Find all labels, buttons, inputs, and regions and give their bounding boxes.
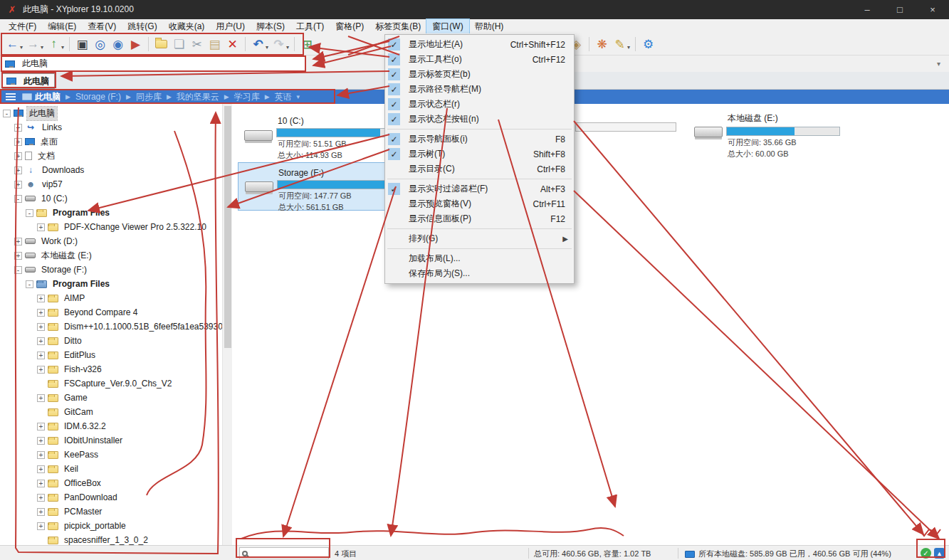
- menu-item[interactable]: 显示目录(C) Ctrl+F8: [385, 162, 574, 176]
- tree-expander[interactable]: +: [14, 124, 22, 132]
- dropdown-arrow-icon[interactable]: ▾: [41, 44, 43, 51]
- tree-item[interactable]: + Keil: [0, 462, 222, 476]
- tree-expander[interactable]: -: [14, 195, 22, 203]
- address-dropdown-icon[interactable]: ▾: [937, 60, 940, 68]
- dropdown-arrow-icon[interactable]: ▾: [61, 44, 64, 51]
- breadcrumb-item[interactable]: 英语: [275, 91, 292, 103]
- tree-expander[interactable]: +: [14, 252, 22, 260]
- live-filter-input[interactable]: [239, 547, 329, 559]
- menu-item[interactable]: ✓ 显示标签页栏(b): [385, 67, 574, 82]
- menu-item[interactable]: ✓ 显示地址栏(A) Ctrl+Shift+F12: [385, 37, 574, 52]
- status-ok-icon[interactable]: ✓: [921, 548, 931, 559]
- menubar-item[interactable]: 文件(F): [3, 19, 42, 34]
- toolbar-button[interactable]: [152, 36, 170, 53]
- tree-item[interactable]: - 10 (C:): [0, 191, 222, 206]
- tree-expander[interactable]: +: [14, 152, 22, 160]
- tree-item[interactable]: FSCapture_Ver.9.0_Chs_V2: [0, 376, 222, 391]
- breadcrumb-item[interactable]: 此电脑: [35, 91, 61, 103]
- toolbar-button[interactable]: ◎: [91, 36, 109, 53]
- tree-item[interactable]: + IDM.6.32.2: [0, 419, 222, 433]
- tree-expander[interactable]: +: [37, 352, 45, 359]
- status-up-icon[interactable]: ▲: [934, 548, 945, 559]
- menubar-item[interactable]: 收藏夹(a): [163, 19, 211, 34]
- menubar-item[interactable]: 脚本(S): [251, 19, 290, 34]
- tree-item[interactable]: + ↪ Links: [0, 120, 222, 134]
- menubar-item[interactable]: 跳转(G): [122, 19, 162, 34]
- toolbar-button[interactable]: ↷: [270, 36, 288, 53]
- toolbar-button[interactable]: ✂: [188, 36, 206, 53]
- tree-item[interactable]: + Work (D:): [0, 234, 222, 248]
- close-button[interactable]: ×: [916, 0, 949, 19]
- toolbar-button[interactable]: ←: [4, 36, 21, 53]
- toolbar-button[interactable]: ◉: [109, 36, 127, 53]
- tree-item[interactable]: + EditPlus: [0, 348, 222, 362]
- tree-expander[interactable]: -: [26, 209, 33, 217]
- tree-scrollbar[interactable]: [222, 104, 232, 545]
- menu-item[interactable]: ✓ 显示路径导航栏(M): [385, 82, 574, 97]
- tree-expander[interactable]: +: [37, 366, 45, 374]
- toolbar-button[interactable]: ❋: [593, 36, 611, 53]
- breadcrumb-item[interactable]: 我的坚果云: [177, 91, 219, 103]
- tree-item[interactable]: + ☻ vip57: [0, 177, 222, 191]
- tree-item[interactable]: + Ditto: [0, 334, 222, 348]
- tree-item[interactable]: + Game: [0, 391, 222, 405]
- toolbar-button[interactable]: →: [24, 36, 42, 53]
- menubar-item[interactable]: 窗口(W): [426, 19, 468, 34]
- tree-expander[interactable]: +: [14, 181, 22, 189]
- tree-item[interactable]: + Dism++10.1.1000.51B_6feef5fa1ea53930ec…: [0, 319, 222, 334]
- toolbar-button[interactable]: ❏: [170, 36, 188, 53]
- tab-this-pc[interactable]: 此电脑: [2, 73, 55, 89]
- tree-expander[interactable]: -: [3, 110, 11, 117]
- menubar-item[interactable]: 标签页集(B): [369, 19, 426, 34]
- tree-expander[interactable]: -: [26, 280, 33, 288]
- toolbar-button[interactable]: ↑: [45, 36, 63, 53]
- scrollbar-thumb[interactable]: [224, 106, 231, 348]
- menu-item[interactable]: ✓ 显示工具栏(o) Ctrl+F12: [385, 52, 574, 67]
- tree-item[interactable]: spacesniffer_1_3_0_2: [0, 533, 222, 545]
- tree-item[interactable]: + 本地磁盘 (E:): [0, 248, 222, 263]
- tree-expander[interactable]: +: [37, 295, 45, 302]
- tree-item[interactable]: + OfficeBox: [0, 476, 222, 490]
- tree-expander[interactable]: +: [37, 451, 45, 459]
- tree-expander[interactable]: +: [37, 223, 45, 231]
- tree-item[interactable]: + 桌面: [0, 134, 222, 149]
- breadcrumb-item[interactable]: Storage (F:): [75, 92, 121, 102]
- tree-expander[interactable]: +: [14, 138, 22, 146]
- breadcrumb-item[interactable]: 学习库: [234, 91, 260, 103]
- toolbar-button[interactable]: ✎: [611, 36, 629, 53]
- menu-item[interactable]: 保存布局为(S)...: [385, 266, 574, 281]
- menu-item[interactable]: ✓ 显示树(T) Shift+F8: [385, 147, 574, 162]
- tree-item[interactable]: - 此电脑: [0, 106, 222, 120]
- tree-item[interactable]: - Program Files: [0, 206, 222, 220]
- tree-expander[interactable]: +: [37, 480, 45, 487]
- menubar-item[interactable]: 编辑(E): [42, 19, 82, 34]
- tree-item[interactable]: + 文档: [0, 149, 222, 163]
- tree-expander[interactable]: -: [14, 266, 22, 274]
- tree-expander[interactable]: +: [37, 423, 45, 430]
- breadcrumb-item[interactable]: 同步库: [136, 91, 162, 103]
- menu-item[interactable]: 加载布局(L)...: [385, 251, 574, 266]
- tree-item[interactable]: + PCMaster: [0, 504, 222, 519]
- menu-item[interactable]: ✓ 显示状态栏(r): [385, 97, 574, 112]
- tree-expander[interactable]: +: [37, 465, 45, 473]
- menubar-item[interactable]: 工具(T): [290, 19, 330, 34]
- menu-item[interactable]: 显示预览窗格(V) Ctrl+F11: [385, 196, 574, 211]
- menubar-item[interactable]: 帮助(H): [469, 19, 510, 34]
- tree-expander[interactable]: +: [37, 309, 45, 317]
- tree-item[interactable]: + IObitUninstaller: [0, 433, 222, 448]
- menu-item[interactable]: 排列(G) ▶: [385, 231, 574, 246]
- tree-expander[interactable]: +: [37, 437, 45, 445]
- menubar-item[interactable]: 查看(V): [82, 19, 122, 34]
- tree-item[interactable]: - Program Files: [0, 277, 222, 291]
- tree-item[interactable]: GitCam: [0, 405, 222, 419]
- toolbar-button[interactable]: ▤: [206, 36, 224, 53]
- tree-item[interactable]: + picpick_portable: [0, 519, 222, 533]
- tree-item[interactable]: + PanDownload: [0, 490, 222, 504]
- tree-item[interactable]: + PDF-XChange Viewer Pro 2.5.322.10: [0, 220, 222, 234]
- breadcrumb-dropdown-icon[interactable]: ▼: [295, 94, 301, 100]
- tree-item[interactable]: + KeePass: [0, 448, 222, 462]
- tree-expander[interactable]: +: [37, 323, 45, 331]
- toolbar-button[interactable]: ▶: [127, 36, 145, 53]
- address-bar[interactable]: 此电脑: [1, 56, 305, 71]
- tree-item[interactable]: - Storage (F:): [0, 263, 222, 277]
